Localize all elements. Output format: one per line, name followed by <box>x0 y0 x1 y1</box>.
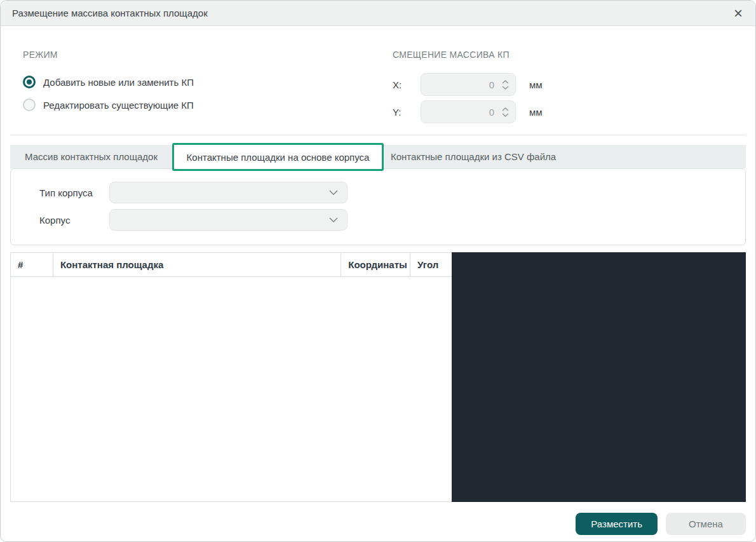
tab-strip-filler <box>571 145 746 168</box>
mode-group: РЕЖИМ Добавить новые или заменить КП Ред… <box>23 50 194 111</box>
offset-y-stepper[interactable] <box>502 107 509 117</box>
offset-x-label: X: <box>393 79 421 90</box>
table-header-row: # Контактная площадка Координаты Угол <box>11 253 452 277</box>
column-header-angle: Угол <box>410 253 452 276</box>
offset-y-input[interactable]: 0 <box>421 100 516 123</box>
pads-table: # Контактная площадка Координаты Угол <box>10 252 452 502</box>
offset-x-row: X: 0 мм <box>393 73 543 96</box>
chevron-down-icon <box>329 190 338 195</box>
radio-selected-icon[interactable] <box>23 76 36 88</box>
package-type-label: Тип корпуса <box>39 187 109 198</box>
pad-preview-canvas[interactable] <box>452 252 746 502</box>
column-header-index: # <box>11 253 53 276</box>
chevron-up-icon[interactable] <box>502 80 509 84</box>
titlebar: Размещение массива контактных площадок × <box>1 1 755 26</box>
mode-group-label: РЕЖИМ <box>23 50 194 60</box>
tab-pad-array[interactable]: Массив контактных площадок <box>10 145 172 168</box>
offset-y-value: 0 <box>489 107 494 118</box>
offset-y-row: Y: 0 мм <box>393 100 543 123</box>
radio-edit-existing[interactable]: Редактировать существующие КП <box>23 98 194 111</box>
tab-pads-from-csv[interactable]: Контактные площадки из CSV файла <box>384 145 571 168</box>
package-select[interactable] <box>109 209 348 231</box>
radio-edit-existing-label: Редактировать существующие КП <box>43 100 194 111</box>
place-button[interactable]: Разместить <box>576 513 658 535</box>
main-area: # Контактная площадка Координаты Угол <box>10 252 746 502</box>
footer: Разместить Отмена <box>1 502 755 542</box>
offset-x-stepper[interactable] <box>502 80 509 90</box>
offset-y-label: Y: <box>393 107 421 118</box>
offset-x-input[interactable]: 0 <box>421 73 516 96</box>
tab-panel-package: Тип корпуса Корпус <box>10 168 746 245</box>
radio-unselected-icon[interactable] <box>23 98 36 111</box>
radio-add-or-replace[interactable]: Добавить новые или заменить КП <box>23 76 194 88</box>
package-type-select[interactable] <box>109 182 348 203</box>
chevron-up-icon[interactable] <box>502 107 509 111</box>
tab-pads-from-package[interactable]: Контактные площадки на основе корпуса <box>172 143 384 171</box>
pad-array-placement-dialog: Размещение массива контактных площадок ×… <box>0 0 756 542</box>
cancel-button[interactable]: Отмена <box>666 513 746 535</box>
package-row: Корпус <box>39 209 732 231</box>
offset-group: СМЕЩЕНИЕ МАССИВА КП X: 0 мм Y: 0 <box>393 50 543 123</box>
radio-add-or-replace-label: Добавить новые или заменить КП <box>43 77 194 88</box>
package-type-row: Тип корпуса <box>39 182 732 203</box>
package-label: Корпус <box>39 215 109 226</box>
offset-x-unit: мм <box>529 79 543 90</box>
top-section: РЕЖИМ Добавить новые или заменить КП Ред… <box>1 26 755 135</box>
dialog-title: Размещение массива контактных площадок <box>12 8 208 18</box>
offset-group-label: СМЕЩЕНИЕ МАССИВА КП <box>393 50 543 60</box>
table-body-empty <box>11 277 452 501</box>
tab-strip: Массив контактных площадок Контактные пл… <box>10 145 746 168</box>
chevron-down-icon <box>329 217 338 222</box>
chevron-down-icon[interactable] <box>502 86 509 90</box>
section-divider <box>10 135 746 135</box>
chevron-down-icon[interactable] <box>502 113 509 117</box>
column-header-pad: Контактная площадка <box>53 253 341 276</box>
offset-y-unit: мм <box>529 107 543 118</box>
offset-x-value: 0 <box>489 79 494 90</box>
close-icon[interactable]: × <box>732 7 744 20</box>
column-header-coordinates: Координаты <box>341 253 410 276</box>
